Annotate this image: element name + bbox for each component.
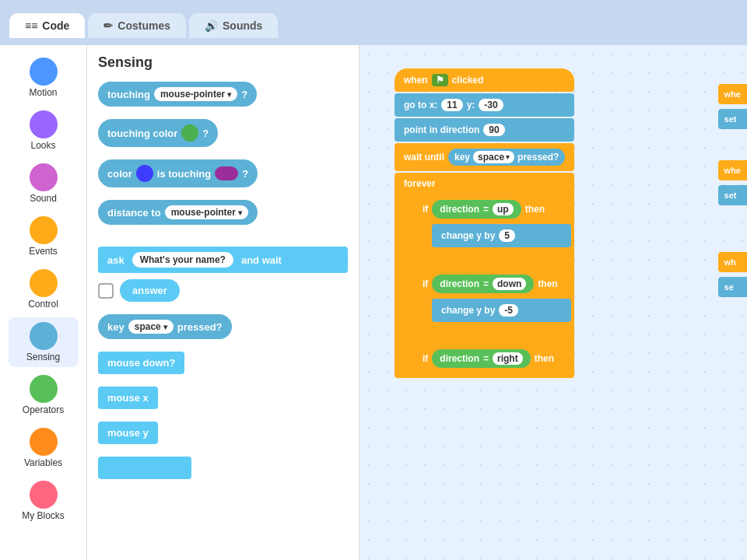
control-label: Control: [28, 299, 58, 310]
sounds-icon: 🔊: [205, 19, 218, 32]
sidebar-item-control[interactable]: Control: [9, 264, 79, 314]
block-change-y-pos[interactable]: change y by 5: [432, 224, 571, 247]
block-answer-row: answer: [98, 279, 348, 302]
condition-direction-up: direction = up: [432, 200, 521, 219]
partial-block-set2: set: [718, 185, 747, 205]
looks-dot: [30, 110, 58, 138]
block-ask-wait[interactable]: ask What's your name? and wait: [98, 247, 348, 273]
operators-dot: [30, 375, 58, 403]
block-more[interactable]: [98, 457, 348, 485]
block-mouse-y[interactable]: mouse y: [98, 422, 348, 450]
tab-costumes-label: Costumes: [117, 19, 170, 32]
tab-sounds[interactable]: 🔊 Sounds: [189, 13, 278, 38]
key-space-condition: key space ▾ pressed?: [448, 149, 565, 166]
sidebar-item-events[interactable]: Events: [9, 212, 79, 261]
code-icon: ≡≡: [25, 19, 37, 32]
condition-direction-down: direction = down: [432, 275, 534, 293]
tab-code[interactable]: ≡≡ Code: [9, 13, 85, 38]
costumes-icon: ✏: [103, 19, 113, 32]
partial-block-whe2: whe: [718, 160, 747, 180]
block-answer[interactable]: answer: [120, 279, 180, 302]
block-point-direction[interactable]: point in direction 90: [395, 118, 574, 142]
block-if-right[interactable]: if direction = right then: [413, 344, 571, 373]
partial-block-whe: whe: [718, 84, 747, 104]
sidebar-item-motion[interactable]: Motion: [9, 53, 79, 103]
variables-dot: [30, 428, 58, 456]
control-dot: [30, 269, 58, 297]
sidebar-item-operators[interactable]: Operators: [9, 370, 79, 420]
motion-dot: [30, 58, 58, 86]
block-when-clicked[interactable]: when ⚑ clicked: [395, 68, 574, 92]
block-change-y-neg[interactable]: change y by -5: [432, 299, 571, 322]
category-sidebar: Motion Looks Sound Events Control Sensin…: [0, 45, 87, 560]
operators-label: Operators: [23, 404, 64, 415]
code-area[interactable]: when ⚑ clicked go to x: 11 y: -30 point …: [359, 45, 747, 560]
block-mouse-x[interactable]: mouse x: [98, 387, 348, 415]
block-touching[interactable]: touching mouse-pointer ▾ ?: [98, 82, 348, 113]
main-content: Motion Looks Sound Events Control Sensin…: [0, 45, 747, 560]
sidebar-item-sound[interactable]: Sound: [9, 159, 79, 208]
motion-label: Motion: [29, 87, 57, 98]
partial-block-whe3: wh: [718, 252, 747, 272]
tab-sounds-label: Sounds: [223, 19, 262, 32]
tab-bar: ≡≡ Code ✏ Costumes 🔊 Sounds: [0, 0, 747, 45]
answer-checkbox[interactable]: [98, 283, 114, 299]
block-distance-to[interactable]: distance to mouse-pointer ▾: [98, 200, 348, 231]
looks-label: Looks: [30, 140, 55, 151]
partial-block-set3: se: [718, 277, 747, 297]
sidebar-item-sensing[interactable]: Sensing: [9, 317, 79, 367]
sidebar-item-looks[interactable]: Looks: [9, 106, 79, 156]
myblocks-label: My Blocks: [22, 510, 65, 521]
events-dot: [30, 216, 58, 244]
flag-icon: ⚑: [432, 74, 448, 86]
sidebar-item-myblocks[interactable]: My Blocks: [9, 476, 79, 526]
block-touching-color[interactable]: touching color ?: [98, 119, 348, 153]
block-go-to[interactable]: go to x: 11 y: -30: [395, 93, 574, 117]
tab-costumes[interactable]: ✏ Costumes: [88, 13, 186, 38]
panel-title: Sensing: [98, 54, 348, 71]
block-forever[interactable]: forever if direction = up then: [395, 173, 574, 378]
block-mouse-down[interactable]: mouse down?: [98, 352, 348, 380]
myblocks-dot: [30, 481, 58, 509]
sidebar-item-variables[interactable]: Variables: [9, 423, 79, 473]
block-key-pressed[interactable]: key space ▾ pressed?: [98, 314, 348, 345]
block-color-touching[interactable]: color is touching ?: [98, 159, 348, 194]
blocks-panel: Sensing touching mouse-pointer ▾ ? touch…: [87, 45, 359, 560]
tab-code-label: Code: [42, 19, 69, 32]
block-if-up[interactable]: if direction = up then change y by: [413, 194, 571, 267]
events-label: Events: [29, 246, 58, 257]
right-partial-blocks: whe set whe set wh se: [718, 84, 747, 302]
block-wait-until[interactable]: wait until key space ▾ pressed?: [395, 143, 574, 171]
sensing-dot: [30, 322, 58, 350]
block-if-down[interactable]: if direction = down then change y by: [413, 269, 571, 341]
sound-dot: [30, 163, 58, 191]
variables-label: Variables: [24, 457, 62, 468]
condition-direction-right: direction = right: [432, 349, 530, 368]
code-stack-main: when ⚑ clicked go to x: 11 y: -30 point …: [395, 68, 574, 380]
sound-label: Sound: [30, 193, 57, 204]
partial-block-set1: set: [718, 109, 747, 129]
sensing-label: Sensing: [26, 352, 60, 362]
